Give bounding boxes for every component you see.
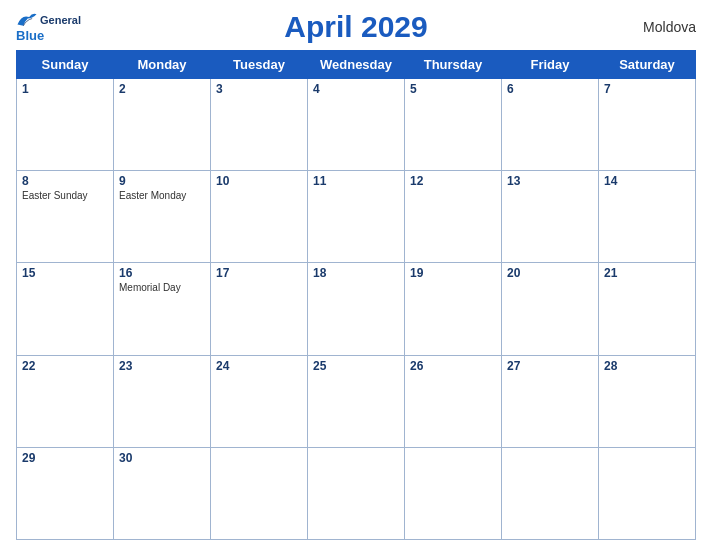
- day-number: 9: [119, 174, 205, 188]
- calendar-cell: [308, 447, 405, 539]
- day-number: 5: [410, 82, 496, 96]
- calendar-cell: 13: [502, 171, 599, 263]
- calendar-cell: 7: [599, 79, 696, 171]
- day-number: 16: [119, 266, 205, 280]
- day-number: 15: [22, 266, 108, 280]
- calendar-cell: 22: [17, 355, 114, 447]
- logo-blue-text: Blue: [16, 29, 44, 43]
- day-number: 18: [313, 266, 399, 280]
- calendar-cell: 3: [211, 79, 308, 171]
- event-label: Easter Monday: [119, 190, 205, 201]
- week-row-4: 22232425262728: [17, 355, 696, 447]
- day-number: 11: [313, 174, 399, 188]
- day-number: 30: [119, 451, 205, 465]
- calendar-cell: [211, 447, 308, 539]
- day-number: 2: [119, 82, 205, 96]
- calendar-cell: 5: [405, 79, 502, 171]
- calendar-cell: 23: [114, 355, 211, 447]
- event-label: Memorial Day: [119, 282, 205, 293]
- week-row-5: 2930: [17, 447, 696, 539]
- calendar-cell: 18: [308, 263, 405, 355]
- day-number: 28: [604, 359, 690, 373]
- day-number: 19: [410, 266, 496, 280]
- calendar-cell: 28: [599, 355, 696, 447]
- calendar-cell: 11: [308, 171, 405, 263]
- day-number: 13: [507, 174, 593, 188]
- calendar-thead: SundayMondayTuesdayWednesdayThursdayFrid…: [17, 51, 696, 79]
- calendar-cell: 4: [308, 79, 405, 171]
- day-number: 14: [604, 174, 690, 188]
- calendar-cell: 6: [502, 79, 599, 171]
- calendar-cell: 14: [599, 171, 696, 263]
- calendar-cell: 16Memorial Day: [114, 263, 211, 355]
- day-header-tuesday: Tuesday: [211, 51, 308, 79]
- day-number: 1: [22, 82, 108, 96]
- calendar-cell: 21: [599, 263, 696, 355]
- logo: General Blue: [16, 11, 81, 43]
- calendar-cell: [502, 447, 599, 539]
- logo-bird-icon: [16, 11, 38, 29]
- week-row-2: 8Easter Sunday9Easter Monday1011121314: [17, 171, 696, 263]
- page-title: April 2029: [284, 10, 427, 44]
- calendar-cell: 10: [211, 171, 308, 263]
- day-number: 7: [604, 82, 690, 96]
- calendar-header: General Blue April 2029 Moldova: [16, 10, 696, 44]
- day-number: 20: [507, 266, 593, 280]
- calendar-cell: 26: [405, 355, 502, 447]
- day-number: 6: [507, 82, 593, 96]
- day-number: 12: [410, 174, 496, 188]
- country-label: Moldova: [643, 19, 696, 35]
- day-header-friday: Friday: [502, 51, 599, 79]
- week-row-3: 1516Memorial Day1718192021: [17, 263, 696, 355]
- logo-general-text: General: [40, 14, 81, 26]
- calendar-cell: 8Easter Sunday: [17, 171, 114, 263]
- week-row-1: 1234567: [17, 79, 696, 171]
- calendar-cell: 24: [211, 355, 308, 447]
- event-label: Easter Sunday: [22, 190, 108, 201]
- day-header-sunday: Sunday: [17, 51, 114, 79]
- day-number: 27: [507, 359, 593, 373]
- day-number: 4: [313, 82, 399, 96]
- calendar-cell: 1: [17, 79, 114, 171]
- calendar-cell: 15: [17, 263, 114, 355]
- day-header-wednesday: Wednesday: [308, 51, 405, 79]
- day-number: 24: [216, 359, 302, 373]
- day-number: 8: [22, 174, 108, 188]
- day-header-saturday: Saturday: [599, 51, 696, 79]
- day-number: 23: [119, 359, 205, 373]
- calendar-cell: 27: [502, 355, 599, 447]
- day-header-thursday: Thursday: [405, 51, 502, 79]
- calendar-tbody: 12345678Easter Sunday9Easter Monday10111…: [17, 79, 696, 540]
- calendar-cell: 19: [405, 263, 502, 355]
- calendar-cell: 20: [502, 263, 599, 355]
- day-number: 26: [410, 359, 496, 373]
- calendar-table: SundayMondayTuesdayWednesdayThursdayFrid…: [16, 50, 696, 540]
- day-number: 3: [216, 82, 302, 96]
- days-header-row: SundayMondayTuesdayWednesdayThursdayFrid…: [17, 51, 696, 79]
- calendar-cell: 30: [114, 447, 211, 539]
- calendar-cell: 17: [211, 263, 308, 355]
- day-header-monday: Monday: [114, 51, 211, 79]
- day-number: 10: [216, 174, 302, 188]
- calendar-cell: 12: [405, 171, 502, 263]
- calendar-cell: 25: [308, 355, 405, 447]
- calendar-cell: [599, 447, 696, 539]
- calendar-cell: [405, 447, 502, 539]
- day-number: 29: [22, 451, 108, 465]
- day-number: 25: [313, 359, 399, 373]
- calendar-cell: 29: [17, 447, 114, 539]
- calendar-cell: 2: [114, 79, 211, 171]
- day-number: 22: [22, 359, 108, 373]
- day-number: 21: [604, 266, 690, 280]
- day-number: 17: [216, 266, 302, 280]
- calendar-cell: 9Easter Monday: [114, 171, 211, 263]
